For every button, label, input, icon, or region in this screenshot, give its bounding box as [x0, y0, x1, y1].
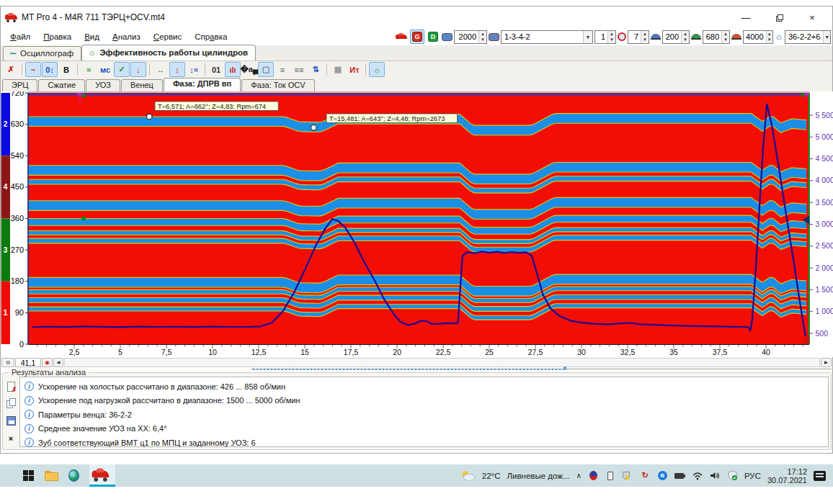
copy-results-button[interactable] [5, 397, 17, 410]
firing-order-select[interactable]: 1-3-4-2▼ [501, 30, 593, 44]
range-slider-fill [253, 369, 567, 370]
fit-vertical-button[interactable]: ↕ [169, 62, 185, 77]
restore-button[interactable] [773, 12, 785, 23]
wave-display-toggle[interactable]: ~ [25, 62, 41, 77]
first-cylinder-spinner-spin-arrows[interactable]: ▲▼ [607, 31, 615, 43]
zero-offset-toggle[interactable]: 0↕ [42, 62, 58, 77]
scroll-left-button[interactable]: ◄ [53, 358, 63, 367]
bold-trace-toggle[interactable]: B [58, 62, 74, 77]
autoscale-button[interactable]: ↕≈ [186, 62, 202, 77]
crown-params-select-value: 36-2-2+6 [785, 32, 823, 41]
logic-view-icon: 01 [212, 66, 220, 74]
car-model-button[interactable] [394, 30, 409, 44]
subtab-compression[interactable]: Сжатие [38, 79, 85, 91]
start-rpm-spinner[interactable]: 680▲▼ [703, 30, 730, 44]
crown-params-select[interactable]: 36-2-2+6▼ [785, 30, 831, 44]
browser-button[interactable] [68, 470, 79, 481]
histogram-menu-button[interactable]: �a▄▼ [241, 62, 257, 77]
new-view-button[interactable]: ▢ [258, 62, 274, 77]
layout-scales-button[interactable]: ⇅ [308, 62, 324, 77]
layout-columns-button[interactable]: ≡≡ [291, 62, 307, 77]
rpm-threshold-spinner[interactable]: 2000▲▼ [454, 30, 487, 44]
minimize-button[interactable]: — [740, 12, 752, 23]
close-results-button[interactable]: × [5, 432, 17, 444]
max-rpm-spinner[interactable]: 4000▲▼ [743, 30, 773, 44]
mid-green-marker[interactable] [81, 217, 86, 221]
save-results-button[interactable] [5, 415, 17, 427]
taskbar-clock[interactable]: 17:12 30.07.2021 [767, 467, 807, 485]
close-button[interactable]: × [806, 12, 818, 23]
annotation-dot[interactable] [146, 114, 152, 120]
calculator-button[interactable]: ▦ [330, 62, 346, 77]
report-delete-button[interactable]: ✗ [3, 62, 19, 77]
subtab-phase-ocv[interactable]: Фаза: Ток OCV [241, 79, 314, 91]
menu-edit[interactable]: Правка [37, 30, 78, 43]
tray-shield-icon[interactable] [623, 470, 633, 481]
weather-icon[interactable] [460, 470, 476, 482]
diagnostics-button[interactable]: ☼ [369, 62, 385, 77]
subtab-uoz[interactable]: УОЗ [86, 79, 120, 91]
idle-rpm-spinner-spin-arrows[interactable]: ▲▼ [681, 31, 689, 43]
menu-analysis[interactable]: Анализ [106, 30, 147, 43]
phase-chart[interactable]: 24310901802703604505406307205001 0001 50… [1, 91, 833, 357]
max-rpm-spinner-spin-arrows[interactable]: ▲▼ [766, 31, 773, 43]
menu-view[interactable]: Вид [78, 30, 106, 43]
language-indicator[interactable]: РУС [744, 472, 761, 480]
tray-wifi-icon[interactable] [692, 471, 703, 480]
diesel-icon: D [428, 32, 438, 42]
tab-cylinder-efficiency[interactable]: ☼Эффективность работы цилиндров [81, 45, 256, 60]
file-explorer-button[interactable] [44, 470, 58, 481]
start-button[interactable] [23, 470, 34, 481]
tray-volume-icon[interactable] [710, 471, 721, 480]
tray-expand-chevron[interactable]: ∧ [576, 472, 582, 480]
histogram-red-icon: ılı [229, 66, 236, 74]
fit-vertical-icon: ↕ [175, 66, 179, 74]
menu-service[interactable]: Сервис [147, 30, 188, 43]
tray-battery-icon[interactable] [674, 470, 685, 481]
fuel-diesel-toggle[interactable]: D [426, 30, 440, 44]
time-span-value[interactable]: 41,1 [15, 358, 41, 367]
mtpro-taskbar-button[interactable] [89, 464, 115, 487]
rpm-threshold-spinner-spin-arrows[interactable]: ▲▼ [478, 31, 486, 43]
subtab-phase-dprv[interactable]: Фаза: ДПРВ вп [164, 78, 241, 91]
tray-usb-icon[interactable] [605, 470, 616, 481]
tab-oscilloscope[interactable]: ∼Осциллограф [3, 46, 81, 60]
fit-horizontal-button[interactable]: ↔ [153, 62, 169, 77]
title-bar[interactable]: MT Pro 4 - M4R 711 ТЭРЦ+OCV.mt4 — × [1, 6, 832, 28]
logic-view-button[interactable]: 01 [208, 62, 224, 77]
histogram-red-button[interactable]: ılı [225, 62, 241, 77]
tray-antivirus-icon[interactable] [588, 470, 599, 481]
tray-security-icon[interactable] [727, 470, 738, 481]
time-units-button[interactable]: мс [97, 62, 113, 77]
report-delete-icon: ✗ [7, 65, 14, 74]
subtab-erc[interactable]: ЭРЦ [2, 79, 37, 91]
x-axis-label: 27,5 [528, 348, 543, 356]
load-signal-button[interactable]: ↓ [130, 62, 146, 77]
zoom-target-button[interactable]: ◉ [42, 358, 53, 367]
subtab-crown[interactable]: Венец [121, 79, 163, 91]
sync-channel-spinner[interactable]: 7▲▼ [628, 30, 649, 44]
interval-measure-button[interactable]: Ит [347, 62, 362, 77]
app-car-icon [5, 13, 17, 22]
zoom-out-button[interactable]: ⊖ [1, 358, 14, 367]
menu-help[interactable]: Справка [188, 30, 233, 43]
range-slider[interactable]: ▼ [251, 366, 832, 372]
notification-center-button[interactable] [814, 471, 826, 481]
smooth-signal-button[interactable]: ≈ [81, 62, 97, 77]
taskbar-temperature[interactable]: 22°C [482, 472, 501, 480]
tray-sync-icon[interactable]: ↻ [640, 470, 651, 481]
x-axis-label: 2,5 [69, 348, 80, 356]
fuel-gasoline-toggle[interactable]: G [410, 30, 424, 44]
idle-rpm-spinner[interactable]: 200▲▼ [662, 30, 690, 44]
clear-results-button[interactable]: ✗ [5, 380, 17, 392]
menu-file[interactable]: Файл [4, 30, 37, 43]
start-rpm-spinner-spin-arrows[interactable]: ▲▼ [721, 31, 729, 43]
layout-rows-button[interactable]: ≡ [275, 62, 290, 77]
first-cylinder-spinner[interactable]: 1▲▼ [594, 30, 616, 44]
tray-bluetooth-icon[interactable]: B [657, 470, 668, 481]
range-slider-thumb[interactable]: ▼ [562, 366, 569, 372]
apply-analysis-button[interactable]: ✓ [114, 62, 130, 77]
sync-channel-spinner-spin-arrows[interactable]: ▲▼ [641, 31, 649, 43]
taskbar-weather-text[interactable]: Ливневые дож... [507, 472, 570, 480]
annotation-dot[interactable] [311, 125, 317, 131]
